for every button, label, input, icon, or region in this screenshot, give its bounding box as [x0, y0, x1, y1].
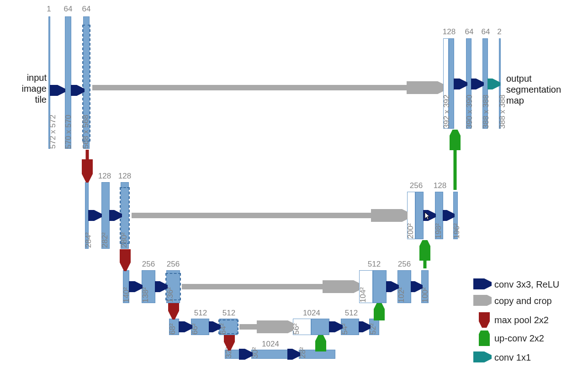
sz-l1-1: 282² — [101, 232, 110, 248]
ch-r1-3: 2 — [496, 27, 503, 37]
arrow-pool-2 — [168, 303, 179, 320]
arrow-up-0 — [450, 130, 461, 193]
sz-l2-1: 138² — [141, 287, 150, 303]
sz-r1-3: 388 x 388 — [498, 94, 507, 129]
arrow-skip-1 — [132, 209, 408, 222]
sz-l3-0: 68² — [168, 323, 177, 335]
arrow-conv-l3-0 — [179, 321, 192, 332]
arrow-conv-r0-0 — [454, 79, 467, 89]
sz-l0-1: 570 x 570 — [64, 115, 73, 149]
sz-l0-0: 572 x 572 — [48, 115, 58, 149]
ch-l0-0: 1 — [46, 5, 52, 14]
arrow-pool-1 — [120, 249, 131, 271]
arrow-conv-l1-1 — [109, 210, 122, 221]
sz-r3-0: 104² — [359, 287, 368, 303]
arrow-conv-r2-1 — [411, 281, 423, 292]
ch-r4-0: 1024 — [302, 309, 322, 318]
output-label: output segmentation map — [506, 73, 561, 106]
arrow-conv-l2-0 — [129, 281, 143, 292]
legend-upconv-icon — [479, 330, 490, 346]
arrow-skip-3 — [239, 320, 293, 333]
ch-r1-0: 128 — [440, 27, 458, 37]
ch-l0-1: 64 — [62, 5, 74, 14]
arrow-up-3 — [315, 335, 326, 351]
ch-l3-0: 512 — [192, 309, 209, 318]
sz-r2-1: 198² — [434, 223, 443, 239]
cursor-icon — [424, 212, 431, 220]
sz-r1-2: 388 x 388 — [482, 94, 491, 129]
arrow-conv-l0-0 — [50, 85, 65, 96]
arrow-conv-r0-1 — [471, 79, 484, 89]
arrow-pool-0 — [82, 150, 93, 183]
legend-copy: copy and crop — [494, 296, 552, 306]
arrow-conv-l0-1 — [71, 85, 85, 96]
dec3-cat — [311, 319, 329, 335]
arrow-pool-3 — [224, 335, 235, 351]
sz-r4-0: 56² — [292, 323, 301, 335]
legend-conv-icon — [473, 278, 492, 289]
ch-l1-0: 128 — [97, 172, 112, 181]
ch-l4-0: 1024 — [260, 340, 281, 349]
ch-r3-1: 256 — [396, 260, 413, 269]
ch-l0-2: 64 — [80, 5, 92, 14]
arrow-conv-r1-1 — [443, 210, 455, 221]
sz-l0-2: 568 x 568 — [81, 115, 90, 149]
ch-r3-0: 512 — [366, 260, 383, 269]
arrow-conv-l4-0 — [239, 349, 253, 360]
ch-l1-1: 128 — [117, 172, 132, 181]
legend-copy-icon — [473, 295, 492, 306]
arrow-conv-r3-0 — [329, 321, 343, 332]
legend-conv1: conv 1x1 — [494, 352, 531, 363]
legend-pool: max pool 2x2 — [494, 315, 549, 325]
sz-l1-2: 280² — [120, 232, 129, 248]
dec1-cat — [415, 192, 424, 239]
ch-l3-1: 512 — [220, 309, 238, 318]
ch-r1-2: 64 — [480, 27, 492, 37]
arrow-skip-2 — [182, 280, 359, 293]
legend-conv1-icon — [473, 351, 492, 362]
input-label: input image tile — [19, 72, 47, 105]
arrow-conv-r2-0 — [386, 281, 399, 292]
legend-conv: conv 3x3, ReLU — [494, 279, 559, 290]
arrow-conv1x1 — [487, 79, 500, 89]
ch-r1-1: 64 — [463, 27, 475, 37]
legend-upconv: up-conv 2x2 — [494, 333, 544, 344]
dec2-cat — [373, 270, 387, 303]
sz-r1-0: 392 x 392 — [442, 94, 451, 129]
arrow-conv-l2-1 — [155, 281, 168, 292]
arrow-skip-0 — [92, 81, 443, 94]
arrow-up-1 — [419, 240, 430, 271]
arrow-conv-l3-1 — [209, 321, 221, 332]
ch-l2-0: 256 — [140, 260, 157, 269]
unet-diagram: { "labels":{ "input":"input\nimage\ntile… — [0, 0, 588, 388]
arrow-conv-l1-0 — [88, 210, 102, 221]
ch-r2-0: 256 — [408, 181, 425, 190]
sz-r2-2: 196² — [452, 223, 461, 239]
sz-l1-0: 284² — [84, 232, 93, 248]
ch-r2-1: 128 — [431, 181, 449, 190]
arrow-up-2 — [374, 303, 385, 320]
arrow-conv-r3-1 — [359, 321, 371, 332]
sz-r1-1: 390 x 390 — [465, 94, 474, 129]
arrow-conv-l4-1 — [287, 349, 300, 360]
legend-pool-icon — [479, 312, 490, 328]
ch-r4-1: 512 — [343, 309, 360, 318]
ch-l2-1: 256 — [164, 260, 182, 269]
sz-r2-0: 200² — [406, 223, 415, 239]
